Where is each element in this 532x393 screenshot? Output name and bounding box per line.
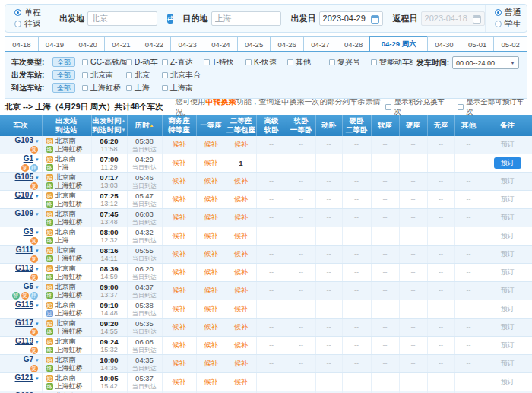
checkbox-icon[interactable]	[126, 72, 132, 78]
waitlist-link[interactable]: 候补	[173, 159, 186, 166]
passenger-option-学生[interactable]: 学生	[495, 19, 521, 29]
all-filter-button[interactable]: 全部	[52, 83, 75, 93]
date-tab-04-26[interactable]: 04-26	[270, 36, 304, 51]
waitlist-link[interactable]: 候补	[204, 159, 218, 166]
waitlist-link[interactable]: 候补	[173, 177, 186, 185]
column-header[interactable]: 高级软卧	[256, 115, 287, 136]
train-link[interactable]: G3	[24, 227, 33, 236]
checkbox-icon[interactable]	[204, 59, 210, 65]
waitlist-link[interactable]: 候补	[204, 305, 218, 312]
filter-option[interactable]: T-特快	[204, 57, 245, 68]
book-button[interactable]: 预订	[494, 157, 521, 169]
column-header[interactable]: 历时▲	[127, 115, 162, 136]
expand-stops-icon[interactable]: ▾	[36, 321, 39, 326]
filter-option[interactable]: 智能动车组	[371, 57, 413, 68]
filter-option[interactable]: 上海虹桥	[82, 83, 126, 93]
waitlist-link[interactable]: 候补	[204, 287, 218, 294]
waitlist-link[interactable]: 候补	[234, 268, 248, 276]
filter-option[interactable]: 北京南	[82, 70, 126, 81]
date-tab-04-29[interactable]: 04-29 周六	[369, 36, 428, 51]
trip-option-单程[interactable]: 单程	[14, 8, 41, 17]
filter-option[interactable]: K-快速	[245, 57, 287, 68]
train-link[interactable]: G5	[24, 282, 33, 290]
column-header[interactable]: 二等座二等包座	[226, 115, 256, 136]
waitlist-link[interactable]: 候补	[204, 141, 218, 148]
checkbox-icon[interactable]	[371, 59, 377, 65]
expand-stops-icon[interactable]: ▾	[36, 339, 39, 344]
waitlist-link[interactable]: 候补	[173, 287, 186, 294]
all-filter-button[interactable]: 全部	[52, 70, 75, 80]
sort-arrow-icon[interactable]: ▲	[122, 119, 126, 123]
sort-arrow-icon[interactable]: ▲	[150, 123, 154, 128]
expand-stops-icon[interactable]: ▾	[36, 193, 39, 198]
date-tab-04-21[interactable]: 04-21	[104, 36, 138, 51]
column-header[interactable]: 无座	[427, 115, 454, 136]
waitlist-link[interactable]: 候补	[234, 341, 248, 349]
waitlist-link[interactable]: 候补	[173, 250, 186, 258]
date-tab-04-22[interactable]: 04-22	[138, 36, 172, 51]
waitlist-link[interactable]: 候补	[234, 214, 248, 221]
train-link[interactable]: G117	[15, 319, 33, 327]
train-link[interactable]: G119	[15, 337, 33, 345]
column-header[interactable]: 动卧	[315, 115, 342, 136]
waitlist-link[interactable]: 候补	[204, 323, 218, 331]
column-header[interactable]: 软座	[371, 115, 399, 136]
radio-icon[interactable]	[495, 21, 502, 27]
checkbox-icon[interactable]	[162, 85, 168, 91]
waitlist-link[interactable]: 候补	[173, 378, 186, 385]
passenger-option-普通[interactable]: 普通	[495, 8, 521, 17]
from-input[interactable]	[87, 11, 157, 26]
waitlist-link[interactable]: 候补	[204, 177, 218, 185]
waitlist-link[interactable]: 候补	[173, 214, 186, 221]
train-link[interactable]: G7	[24, 355, 33, 363]
expand-stops-icon[interactable]: ▾	[36, 230, 39, 235]
trip-option-往返[interactable]: 往返	[14, 19, 41, 29]
expand-stops-icon[interactable]: ▾	[36, 284, 39, 290]
waitlist-link[interactable]: 候补	[204, 214, 218, 221]
column-header[interactable]: 商务座特等座	[162, 115, 196, 136]
checkbox-icon[interactable]	[162, 72, 168, 78]
filter-option[interactable]: D-动车	[126, 57, 162, 68]
date-tab-04-19[interactable]: 04-19	[38, 36, 72, 51]
train-link[interactable]: G1	[24, 154, 33, 163]
swap-stations-icon[interactable]: ⇄	[167, 14, 173, 24]
filter-option[interactable]: Z-直达	[162, 57, 204, 68]
radio-icon[interactable]	[14, 21, 21, 27]
expand-stops-icon[interactable]: ▾	[36, 175, 39, 180]
expand-stops-icon[interactable]: ▾	[36, 248, 39, 253]
expand-stops-icon[interactable]: ▾	[36, 303, 39, 308]
expand-stops-icon[interactable]: ▾	[36, 138, 39, 144]
train-link[interactable]: G105	[15, 173, 33, 181]
filter-option[interactable]: 北京丰台	[162, 70, 204, 81]
checkbox-icon[interactable]	[245, 59, 252, 65]
checkbox-icon[interactable]	[162, 59, 168, 65]
checkbox-icon[interactable]	[82, 59, 88, 65]
display-option[interactable]: 显示全部可预订车次	[458, 97, 527, 117]
waitlist-link[interactable]: 候补	[204, 195, 218, 203]
date-tab-04-18[interactable]: 04-18	[5, 36, 39, 51]
train-link[interactable]: G107	[15, 191, 33, 199]
filter-option[interactable]: 北京	[126, 70, 162, 81]
checkbox-icon[interactable]	[287, 59, 293, 65]
date-tab-04-25[interactable]: 04-25	[237, 36, 271, 51]
waitlist-link[interactable]: 候补	[204, 268, 218, 276]
waitlist-link[interactable]: 候补	[173, 268, 186, 276]
depart-time-select[interactable]: 00:00--24:00 ▼	[452, 56, 519, 69]
waitlist-link[interactable]: 候补	[204, 341, 218, 349]
checkbox-icon[interactable]	[82, 85, 88, 91]
radio-icon[interactable]	[14, 9, 21, 16]
date-tab-04-23[interactable]: 04-23	[170, 36, 204, 51]
column-header[interactable]: 软卧一等卧	[287, 115, 315, 136]
filter-option[interactable]: 上海	[126, 83, 162, 93]
waitlist-link[interactable]: 候补	[173, 341, 186, 349]
checkbox-icon[interactable]	[329, 59, 335, 65]
train-link[interactable]: G103	[15, 136, 33, 144]
filter-option[interactable]: 其他	[287, 57, 329, 68]
waitlist-link[interactable]: 候补	[234, 232, 248, 239]
calendar-icon[interactable]	[371, 15, 379, 24]
display-option[interactable]: 显示积分兑换车次	[385, 97, 448, 117]
date-tab-05-01[interactable]: 05-01	[461, 36, 495, 51]
waitlist-link[interactable]: 候补	[204, 232, 218, 239]
column-header[interactable]: 出发站到达站	[42, 115, 91, 136]
waitlist-link[interactable]: 候补	[234, 287, 248, 294]
